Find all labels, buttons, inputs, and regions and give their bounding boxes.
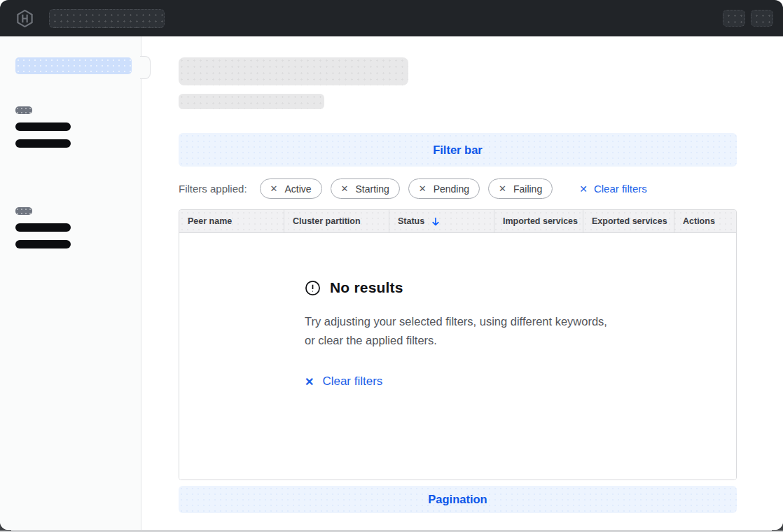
sidebar-item-placeholder <box>15 122 71 131</box>
clear-filters-link[interactable]: ✕ Clear filters <box>579 183 647 195</box>
column-label: Exported services <box>592 216 667 226</box>
filter-pill-label: Starting <box>355 183 389 195</box>
page-title-placeholder <box>179 57 408 85</box>
column-header-status[interactable]: Status <box>389 210 494 232</box>
alert-circle-icon <box>305 280 321 296</box>
column-label: Cluster partition <box>293 216 361 226</box>
sort-descending-icon[interactable] <box>431 217 440 226</box>
browser-window: Filter bar Filters applied: ✕ Active ✕ S… <box>0 0 783 532</box>
filter-pill-starting[interactable]: ✕ Starting <box>331 178 400 199</box>
top-nav <box>0 0 783 36</box>
sidebar-handle[interactable] <box>140 56 151 79</box>
sidebar-section-label-placeholder <box>15 207 32 215</box>
column-header-cluster-partition[interactable]: Cluster partition <box>284 210 389 232</box>
sidebar-item-placeholder <box>15 223 71 232</box>
filter-pill-pending[interactable]: ✕ Pending <box>408 178 480 199</box>
filter-pill-label: Pending <box>434 183 469 195</box>
sidebar-section-label-placeholder <box>15 106 32 114</box>
filter-pill-label: Active <box>284 183 311 195</box>
empty-state: No results Try adjusting your selected f… <box>305 279 607 388</box>
column-header-peer-name[interactable]: Peer name <box>179 210 284 232</box>
nav-action-placeholder <box>751 10 773 27</box>
filter-bar-label: Filter bar <box>433 144 483 157</box>
x-icon: ✕ <box>305 375 314 388</box>
empty-state-clear-filters-link[interactable]: ✕ Clear filters <box>305 374 382 388</box>
filter-pill-label: Failing <box>513 183 542 195</box>
filter-pill-failing[interactable]: ✕ Failing <box>488 178 553 199</box>
column-header-exported-services[interactable]: Exported services <box>583 210 674 232</box>
dismiss-icon[interactable]: ✕ <box>341 184 349 193</box>
table-body: No results Try adjusting your selected f… <box>179 233 736 479</box>
page-subtitle-placeholder <box>179 94 324 109</box>
pagination-label: Pagination <box>428 493 487 506</box>
empty-state-action-label: Clear filters <box>322 374 382 388</box>
nav-action-placeholder <box>723 10 745 27</box>
column-label: Actions <box>683 216 715 226</box>
dismiss-icon[interactable]: ✕ <box>499 184 506 193</box>
applied-filters-row: Filters applied: ✕ Active ✕ Starting ✕ P… <box>179 178 737 199</box>
empty-state-description: Try adjusting your selected filters, usi… <box>305 312 607 349</box>
search-placeholder <box>49 9 165 28</box>
clear-filters-label: Clear filters <box>594 183 647 195</box>
sidebar-active-item-placeholder <box>15 57 132 74</box>
filter-bar-region: Filter bar <box>179 133 737 167</box>
filters-applied-label: Filters applied: <box>179 183 247 195</box>
sidebar-item-placeholder <box>15 240 71 248</box>
filter-pill-active[interactable]: ✕ Active <box>260 178 322 199</box>
column-label: Imported services <box>503 216 578 226</box>
x-icon: ✕ <box>579 183 588 195</box>
app-frame: Filter bar Filters applied: ✕ Active ✕ S… <box>0 0 783 530</box>
empty-state-title: No results <box>330 279 403 296</box>
main-content: Filter bar Filters applied: ✕ Active ✕ S… <box>141 36 783 530</box>
column-header-actions: Actions <box>674 210 736 232</box>
column-header-imported-services[interactable]: Imported services <box>494 210 583 232</box>
sidebar <box>0 36 141 530</box>
column-label: Peer name <box>188 216 232 226</box>
dismiss-icon[interactable]: ✕ <box>270 184 278 193</box>
hashicorp-logo-icon[interactable] <box>15 9 34 28</box>
peers-table: Peer name Cluster partition Status <box>179 209 737 480</box>
table-header-row: Peer name Cluster partition Status <box>179 210 736 233</box>
sidebar-item-placeholder <box>15 139 71 148</box>
dismiss-icon[interactable]: ✕ <box>419 184 427 193</box>
pagination-region: Pagination <box>179 486 737 513</box>
column-label: Status <box>398 216 424 226</box>
